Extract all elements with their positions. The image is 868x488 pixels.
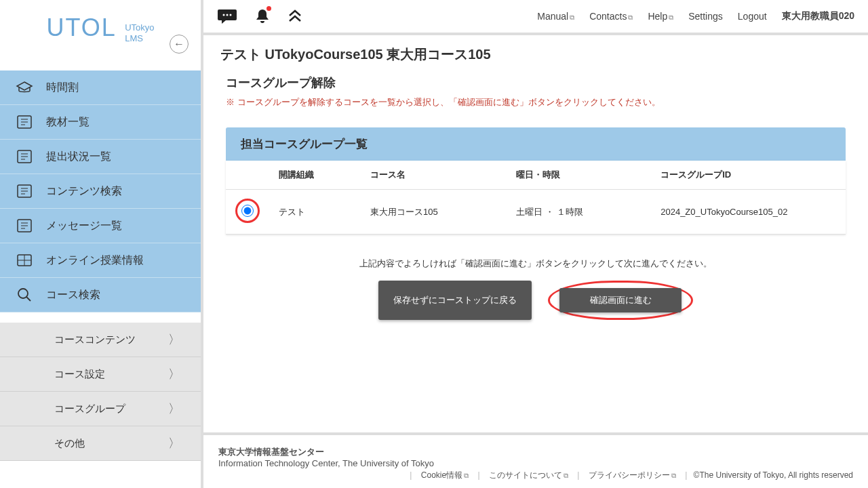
course-group-panel: 担当コースグループ一覧 開講組織 コース名 曜日・時限 コースグループID (226, 127, 846, 235)
external-link-icon: ⧉ (564, 472, 568, 479)
search-icon (15, 287, 34, 303)
sidebar-item-course-search[interactable]: コース検索 (0, 278, 201, 312)
sidebar-item-label: その他 (54, 437, 85, 450)
document-icon (15, 218, 34, 234)
document-icon (15, 114, 34, 130)
sidebar-item-label: 提出状況一覧 (46, 150, 111, 164)
sidebar-item-label: コースコンテンツ (54, 333, 136, 346)
sidebar-item-label: コンテンツ検索 (46, 184, 122, 199)
sidebar-item-online-class[interactable]: オンライン授業情報 (0, 243, 201, 278)
topbar-settings-link[interactable]: Settings (688, 11, 723, 22)
svg-point-19 (18, 289, 28, 298)
grid-icon (15, 252, 34, 268)
sidebar: UTOL UTokyoLMS ← 時間割 教材一覧 提出状況一覧 コンテンツ検索 (0, 0, 203, 488)
radio-highlight (235, 199, 260, 223)
footer-org-jp: 東京大学情報基盤センター (218, 446, 853, 458)
col-day: 曜日・時限 (507, 161, 651, 190)
chevron-right-icon: 〉 (168, 366, 180, 382)
svg-point-23 (230, 14, 232, 16)
sidebar-item-messages[interactable]: メッセージ一覧 (0, 209, 201, 243)
footer-org-en: Information Technology Center, The Unive… (218, 458, 853, 468)
col-id: コースグループID (651, 161, 846, 190)
chevron-right-icon: 〉 (168, 401, 180, 417)
external-link-icon: ⧉ (464, 472, 469, 479)
footer-about-link[interactable]: このサイトについて⧉ (489, 470, 568, 480)
sidebar-item-materials[interactable]: 教材一覧 (0, 105, 201, 140)
external-link-icon: ⧉ (570, 14, 574, 21)
course-title: テスト UTokyoCourse105 東大用コース105 (220, 45, 851, 64)
back-button[interactable]: 保存せずにコーストップに戻る (378, 281, 532, 320)
button-row: 保存せずにコーストップに戻る 確認画面に進む (220, 281, 851, 320)
topbar-contacts-link[interactable]: Contacts⧉ (589, 11, 633, 22)
sidebar-sub-course-contents[interactable]: コースコンテンツ 〉 (0, 323, 201, 357)
col-name: コース名 (361, 161, 507, 190)
footer-copyright: ©The University of Tokyo, All rights res… (694, 470, 853, 480)
document-icon (15, 183, 34, 199)
topbar-help-link[interactable]: Help⧉ (648, 11, 673, 22)
document-icon (15, 148, 34, 165)
cell-id: 2024_Z0_UTokyoCourse105_02 (651, 190, 846, 235)
sidebar-item-label: コース検索 (46, 288, 100, 302)
footer: 東京大学情報基盤センター Information Technology Cent… (203, 435, 868, 488)
sidebar-item-label: 教材一覧 (46, 115, 90, 129)
course-group-table: 開講組織 コース名 曜日・時限 コースグループID (226, 161, 846, 235)
instruction-text: 上記内容でよろしければ「確認画面に進む」ボタンをクリックして次に進んでください。 (220, 258, 851, 270)
nav-primary: 時間割 教材一覧 提出状況一覧 コンテンツ検索 メッセージ一覧 オンライン授業情… (0, 70, 201, 312)
col-org: 開講組織 (269, 161, 361, 190)
confirm-button[interactable]: 確認画面に進む (559, 288, 682, 312)
footer-links: | Cookie情報⧉ | このサイトについて⧉ | プライバシーポリシー⧉ |… (218, 470, 853, 481)
sidebar-item-timetable[interactable]: 時間割 (0, 70, 201, 105)
logo-sub: UTokyoLMS (125, 22, 154, 43)
row-radio[interactable] (241, 205, 254, 217)
cell-name: 東大用コース105 (361, 190, 507, 235)
logo-area: UTOL UTokyoLMS ← (0, 0, 201, 50)
notification-dot-icon (267, 6, 271, 11)
sidebar-item-label: コースグループ (54, 403, 125, 415)
current-user: 東大用教職員020 (782, 10, 854, 22)
cap-icon (15, 79, 34, 96)
external-link-icon: ⧉ (669, 14, 673, 21)
logo-main: UTOL (46, 14, 116, 42)
footer-cookie-link[interactable]: Cookie情報⧉ (421, 470, 469, 480)
sidebar-sub-other[interactable]: その他 〉 (0, 426, 201, 461)
topbar-logout-link[interactable]: Logout (738, 11, 767, 22)
warning-text: ※ コースグループを解除するコースを一覧から選択し、「確認画面に進む」ボタンをク… (220, 96, 851, 108)
panel-header: 担当コースグループ一覧 (226, 127, 846, 161)
section-title: コースグループ解除 (220, 75, 851, 91)
table-row: テスト 東大用コース105 土曜日 ・ １時限 2024_Z0_UTokyoCo… (226, 190, 846, 235)
footer-privacy-link[interactable]: プライバシーポリシー⧉ (589, 470, 676, 480)
topbar: Manual⧉ Contacts⧉ Help⧉ Settings Logout … (203, 0, 868, 33)
topbar-manual-link[interactable]: Manual⧉ (537, 11, 574, 22)
sidebar-sub-course-settings[interactable]: コース設定 〉 (0, 357, 201, 392)
nav-secondary: コースコンテンツ 〉 コース設定 〉 コースグループ 〉 その他 〉 (0, 323, 201, 461)
bell-icon[interactable] (254, 7, 271, 25)
sidebar-sub-course-group[interactable]: コースグループ 〉 (0, 392, 201, 426)
svg-point-22 (226, 14, 229, 16)
svg-point-21 (223, 14, 225, 16)
sidebar-item-label: メッセージ一覧 (46, 219, 122, 233)
scroll-top-icon[interactable] (288, 9, 302, 24)
chat-icon[interactable] (217, 7, 237, 25)
chevron-right-icon: 〉 (168, 331, 180, 348)
cell-day: 土曜日 ・ １時限 (507, 190, 651, 235)
external-link-icon: ⧉ (628, 14, 633, 21)
cell-org: テスト (269, 190, 361, 235)
sidebar-item-label: コース設定 (54, 368, 105, 381)
confirm-highlight: 確認画面に進む (548, 281, 693, 320)
sidebar-item-submissions[interactable]: 提出状況一覧 (0, 140, 201, 174)
external-link-icon: ⧉ (671, 472, 676, 479)
sidebar-item-label: 時間割 (46, 81, 79, 95)
collapse-sidebar-icon[interactable]: ← (170, 35, 189, 54)
sidebar-item-content-search[interactable]: コンテンツ検索 (0, 174, 201, 209)
main: Manual⧉ Contacts⧉ Help⧉ Settings Logout … (203, 0, 868, 488)
chevron-right-icon: 〉 (168, 435, 180, 451)
svg-line-20 (26, 297, 31, 301)
sidebar-item-label: オンライン授業情報 (46, 253, 144, 268)
